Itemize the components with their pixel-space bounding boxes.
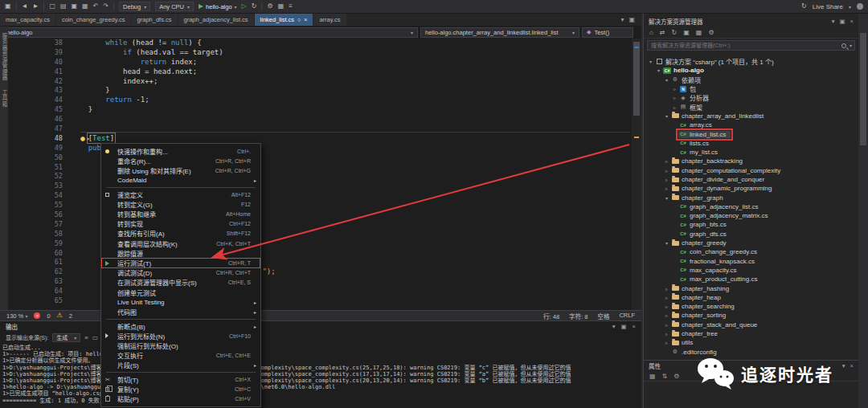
new-file-icon[interactable]: ▢ — [49, 3, 55, 10]
expander-icon[interactable]: ▾ — [647, 59, 654, 64]
chevron-down-icon[interactable]: ▾ — [612, 323, 616, 330]
scrollbar-thumb[interactable] — [860, 33, 866, 145]
close-icon[interactable]: × — [633, 323, 636, 330]
tree-item[interactable]: ▹chapter_hashing — [644, 284, 858, 292]
undo-icon[interactable]: ↶ — [93, 3, 99, 10]
tree-item[interactable]: C#max_product_cutting.cs — [644, 275, 858, 284]
expander-icon[interactable]: ▹ — [663, 168, 670, 173]
expander-icon[interactable]: ▾ — [663, 195, 670, 201]
error-count-icon[interactable]: × — [34, 312, 40, 319]
redo-icon[interactable]: ↷ — [103, 3, 108, 10]
expander-icon[interactable]: ▹ — [663, 331, 670, 337]
expander-icon[interactable]: ▹ — [663, 177, 670, 182]
tree-item[interactable]: C#graph_adjacency_matrix.cs — [644, 211, 858, 220]
chevron-down-icon[interactable]: ▾ — [620, 16, 624, 23]
project-dropdown[interactable]: hello-algo ▾ — [2, 27, 418, 38]
tree-item[interactable]: ⚙.editorconfig — [644, 348, 858, 357]
tree-item[interactable]: ▹chapter_computational_complexity — [644, 166, 858, 175]
expander-icon[interactable]: ▾ — [655, 67, 662, 73]
context-menu-item[interactable]: 删除 Using 和对其排序(E)Ctrl+R, Ctrl+G — [101, 165, 260, 175]
context-menu-item[interactable]: 运行测试(T)Ctrl+R, T — [101, 258, 260, 267]
expander-icon[interactable]: ▹ — [663, 312, 670, 318]
tree-item[interactable]: C#lists.cs — [644, 139, 858, 148]
context-menu-item[interactable]: 快速操作和重构...Ctrl+. — [101, 146, 260, 156]
close-icon[interactable]: × — [850, 362, 854, 369]
file-tab[interactable]: array.cs — [313, 14, 346, 26]
debug-config-dropdown[interactable]: Debug ▾ — [119, 2, 150, 11]
expander-icon[interactable]: ▹ — [671, 86, 678, 92]
context-menu-item[interactable]: 转到实现Ctrl+F12 — [101, 219, 260, 229]
show-all-files-icon[interactable]: ▦ — [278, 3, 285, 10]
context-menu-item[interactable]: 查找所有引用(A)Shift+F12 — [101, 229, 260, 239]
tree-item[interactable]: ▾chapter_greedy — [644, 239, 858, 247]
context-menu-item[interactable]: CodeMaid▸ — [101, 176, 260, 186]
search-icon[interactable] — [841, 43, 846, 48]
chevron-down-icon[interactable]: ▾ — [832, 18, 835, 25]
file-tab[interactable]: graph_dfs.cs — [132, 14, 178, 26]
close-icon[interactable]: × — [850, 18, 854, 25]
context-menu-item[interactable]: 转到定义(G)F12 — [101, 199, 260, 209]
tree-item[interactable]: ▹N包 — [644, 84, 858, 93]
output-source-dropdown[interactable]: 生成 ▾ — [52, 333, 80, 342]
sync-icon[interactable]: ⇄ — [660, 29, 665, 36]
window-layout-icon[interactable]: ▣ — [628, 16, 635, 23]
warning-icon[interactable]: ⚠ — [57, 312, 63, 319]
tree-item[interactable]: ▹◈分析器 — [644, 93, 858, 102]
output-panel-title[interactable]: 输出 — [6, 322, 18, 331]
context-menu-item[interactable]: 交互执行Ctrl+E, Ctrl+E — [101, 351, 260, 361]
editor-scrollbar[interactable] — [632, 39, 641, 310]
tree-item[interactable]: ▹chapter_divide_and_conquer — [644, 175, 858, 184]
eol-indicator[interactable]: CRLF — [619, 312, 635, 320]
live-share-label[interactable]: Live Share — [813, 3, 843, 10]
solution-search-box[interactable]: ▾ — [647, 40, 855, 51]
side-tool-tab[interactable]: 服务器资源管理器 — [0, 33, 8, 81]
context-menu-item[interactable]: 速览定义Alt+F12 — [101, 190, 260, 199]
tree-item[interactable]: ▹chapter_sorting — [644, 311, 858, 320]
quick-actions-lightbulb[interactable]: ▾ — [80, 136, 89, 141]
tree-item[interactable]: ▾⚙依赖项 — [644, 75, 858, 84]
run-without-debug-icon[interactable]: ▷ — [242, 3, 247, 10]
categorized-icon[interactable]: ▦ — [649, 373, 656, 380]
tree-item[interactable]: ▹chapter_searching — [644, 302, 858, 311]
member-dropdown[interactable]: ◆ Test() — [582, 27, 633, 38]
tree-item[interactable]: C#linked_list.cs — [644, 129, 858, 138]
tree-item[interactable]: C#my_list.cs — [644, 148, 858, 157]
file-tab[interactable]: coin_change_greedy.cs — [56, 14, 132, 26]
expander-icon[interactable]: ▹ — [663, 295, 670, 300]
tree-item[interactable]: ▹chapter_heap — [644, 293, 858, 302]
platform-dropdown[interactable]: Any CPU ▾ — [155, 2, 194, 11]
expander-icon[interactable]: ▹ — [663, 304, 670, 309]
file-tab[interactable]: linked_list.cs○× — [255, 14, 314, 26]
file-tab[interactable]: max_capacity.cs — [0, 14, 56, 26]
tree-item[interactable]: ▾chapter_array_and_linkedlist — [644, 112, 858, 120]
tree-item[interactable]: C#graph_adjacency_list.cs — [644, 202, 858, 211]
context-menu-item[interactable]: 转到基和继承Alt+Home — [101, 210, 260, 219]
run-button[interactable]: hello-algo ▾ — [199, 3, 237, 10]
tree-item[interactable]: ▾C#hello-algo — [644, 66, 858, 75]
property-pages-icon[interactable]: ⚙ — [674, 373, 679, 380]
tree-item[interactable]: C#graph_dfs.cs — [644, 230, 858, 239]
word-wrap-icon[interactable]: ≡ — [84, 334, 88, 341]
list-icon[interactable]: ≡ — [289, 3, 293, 10]
tree-item[interactable]: ▹chapter_backtracking — [644, 157, 858, 165]
output-log[interactable]: 已启动生成...1>------ 已启动生成: 项目: hello-algo，配… — [0, 343, 641, 404]
tab-close-icon[interactable]: × — [304, 17, 307, 22]
refresh-icon[interactable]: ↻ — [252, 3, 257, 10]
clear-output-icon[interactable]: ▭ — [92, 334, 98, 341]
context-menu-item[interactable]: 片段(S)▸ — [101, 361, 260, 370]
context-menu-item[interactable]: 调试测试(D)Ctrl+R, Ctrl+T — [101, 268, 260, 278]
tree-item[interactable]: C#coin_change_greedy.cs — [644, 247, 858, 256]
refresh-icon[interactable]: ↻ — [672, 29, 678, 36]
forward-icon[interactable]: ► — [32, 3, 39, 10]
expander-icon[interactable]: ▹ — [663, 340, 670, 345]
context-menu-item[interactable]: 强制运行到光标处(O) — [101, 341, 260, 350]
back-icon[interactable]: ◄ — [22, 3, 28, 10]
expander-icon[interactable]: ▹ — [663, 286, 670, 292]
collapse-all-icon[interactable]: ▣ — [683, 29, 690, 36]
tree-item[interactable]: ▹utils — [644, 338, 858, 347]
context-menu-item[interactable]: 重命名(R)...Ctrl+R, Ctrl+R — [101, 156, 260, 165]
context-menu-item[interactable]: 代码图▸ — [101, 307, 260, 316]
expander-icon[interactable]: ▾ — [663, 240, 670, 246]
expander-icon[interactable]: ▹ — [663, 186, 670, 191]
spaces-indicator[interactable]: 空格 — [597, 312, 609, 320]
